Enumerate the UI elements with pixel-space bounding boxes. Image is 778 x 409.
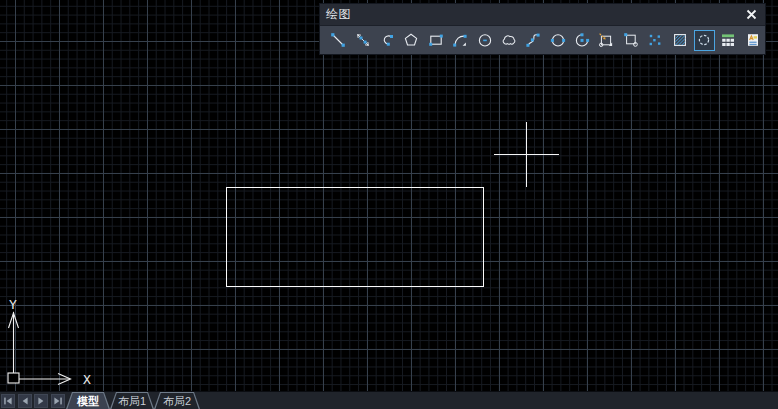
tool-gradient-button[interactable] [694, 30, 715, 51]
hatch-icon [672, 32, 688, 48]
layout-tabs: 模型布局1布局2 [66, 392, 200, 409]
tool-slot [643, 26, 667, 54]
drawing-canvas[interactable]: Y X [0, 0, 778, 391]
arc-icon [452, 32, 468, 48]
tool-slot [424, 26, 448, 54]
tab-fill: 模型 [67, 393, 108, 409]
toolbar-titlebar[interactable]: 绘图 [320, 4, 765, 26]
point-icon [647, 32, 663, 48]
tool-slot [594, 26, 618, 54]
tab-模型[interactable]: 模型 [66, 392, 110, 409]
multiline-text-icon [745, 32, 761, 48]
next-tab-icon [35, 395, 47, 407]
tool-spline-button[interactable] [523, 30, 544, 51]
revision-cloud-icon [501, 32, 517, 48]
tool-slot [326, 26, 350, 54]
first-tab-button[interactable] [1, 394, 15, 408]
toolbar-icon-row [320, 26, 765, 54]
tool-slot [448, 26, 472, 54]
tool-slot [741, 26, 765, 54]
polygon-icon [403, 32, 419, 48]
tool-circle-button[interactable] [474, 30, 495, 51]
tab-布局2[interactable]: 布局2 [154, 392, 200, 409]
tool-revision-cloud-button[interactable] [498, 30, 519, 51]
tool-slot [399, 26, 423, 54]
ucs-origin-square [8, 373, 19, 383]
tool-slot [350, 26, 374, 54]
polyline-icon [379, 32, 395, 48]
last-tab-button[interactable] [51, 394, 65, 408]
rectangle-icon [428, 32, 444, 48]
previous-tab-button[interactable] [18, 394, 32, 408]
tool-slot [546, 26, 570, 54]
tool-construction-line-button[interactable] [352, 30, 373, 51]
ucs-y-label: Y [9, 297, 17, 312]
circle-icon [477, 32, 493, 48]
tab-布局1[interactable]: 布局1 [110, 392, 154, 409]
tool-rectangle-button[interactable] [425, 30, 446, 51]
table-icon [720, 32, 736, 48]
tab-fill: 布局2 [155, 393, 198, 409]
tool-table-button[interactable] [718, 30, 739, 51]
tool-slot [497, 26, 521, 54]
tab-label: 模型 [77, 393, 99, 409]
close-icon [746, 9, 757, 20]
tool-line-button[interactable] [328, 30, 349, 51]
close-button[interactable] [743, 8, 759, 22]
next-tab-button[interactable] [34, 394, 48, 408]
layout-tab-bar: 模型布局1布局2 [0, 391, 778, 409]
make-block-icon [623, 32, 639, 48]
tool-slot [692, 26, 716, 54]
tool-make-block-button[interactable] [620, 30, 641, 51]
tool-slot [375, 26, 399, 54]
gradient-icon [696, 32, 712, 48]
ucs-icon: Y X [0, 295, 110, 391]
construction-line-icon [355, 32, 371, 48]
tool-slot [472, 26, 496, 54]
line-icon [330, 32, 346, 48]
tool-polyline-button[interactable] [376, 30, 397, 51]
draw-toolbar-panel: 绘图 [319, 3, 766, 55]
tool-insert-block-button[interactable] [596, 30, 617, 51]
previous-tab-icon [19, 395, 31, 407]
toolbar-title: 绘图 [326, 6, 351, 23]
rectangle-entity[interactable] [226, 187, 484, 287]
tab-label: 布局1 [118, 393, 146, 409]
tool-slot [667, 26, 691, 54]
cad-application-window: Y X 绘图 模型布局1布局2 [0, 0, 778, 409]
tool-slot [619, 26, 643, 54]
tool-polygon-button[interactable] [401, 30, 422, 51]
tool-slot [521, 26, 545, 54]
ellipse-arc-icon [574, 32, 590, 48]
tab-fill: 布局1 [111, 393, 152, 409]
tool-slot [716, 26, 740, 54]
tab-nav-buttons [1, 394, 65, 408]
tool-slot [570, 26, 594, 54]
ucs-x-label: X [83, 372, 91, 387]
insert-block-icon [598, 32, 614, 48]
tab-label: 布局2 [163, 393, 191, 409]
crosshair-cursor-vertical [526, 122, 527, 187]
tool-hatch-button[interactable] [669, 30, 690, 51]
spline-icon [525, 32, 541, 48]
first-tab-icon [2, 395, 14, 407]
tool-ellipse-arc-button[interactable] [572, 30, 593, 51]
tool-arc-button[interactable] [450, 30, 471, 51]
tool-ellipse-button[interactable] [547, 30, 568, 51]
ellipse-icon [550, 32, 566, 48]
last-tab-icon [52, 395, 64, 407]
tool-point-button[interactable] [645, 30, 666, 51]
tool-multiline-text-button[interactable] [742, 30, 763, 51]
